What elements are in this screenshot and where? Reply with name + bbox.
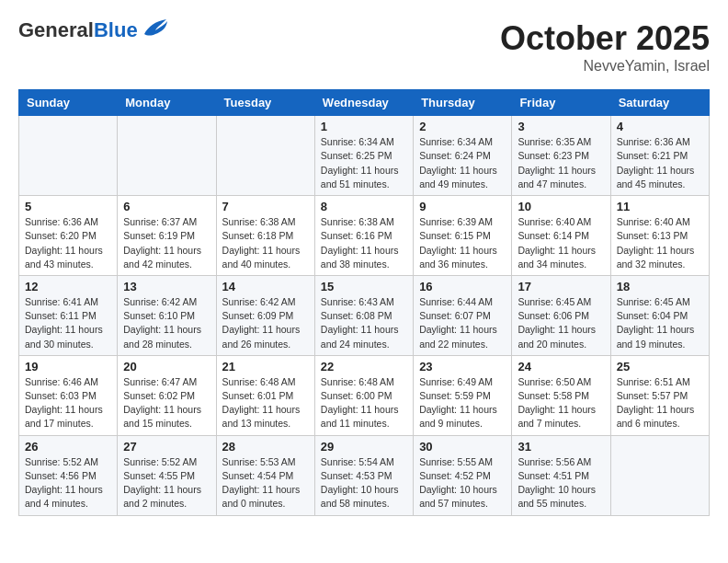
calendar-day-cell: 25Sunrise: 6:51 AM Sunset: 5:57 PM Dayli… [610,355,709,435]
weekday-header: Wednesday [314,90,413,116]
calendar-day-cell: 28Sunrise: 5:53 AM Sunset: 4:54 PM Dayli… [216,435,314,515]
day-number: 17 [518,280,604,293]
day-info: Sunrise: 6:34 AM Sunset: 6:24 PM Dayligh… [419,135,506,191]
calendar-day-cell: 13Sunrise: 6:42 AM Sunset: 6:10 PM Dayli… [118,275,216,355]
calendar-day-cell: 9Sunrise: 6:39 AM Sunset: 6:15 PM Daylig… [414,196,512,276]
calendar-day-cell: 17Sunrise: 6:45 AM Sunset: 6:06 PM Dayli… [512,275,610,355]
calendar-day-cell [19,116,118,196]
day-number: 24 [518,360,604,373]
day-info: Sunrise: 6:38 AM Sunset: 6:16 PM Dayligh… [321,215,407,271]
day-info: Sunrise: 6:36 AM Sunset: 6:21 PM Dayligh… [617,135,703,191]
calendar-day-cell: 21Sunrise: 6:48 AM Sunset: 6:01 PM Dayli… [216,355,314,435]
day-info: Sunrise: 6:47 AM Sunset: 6:02 PM Dayligh… [123,375,210,431]
calendar-subtitle: NevveYamin, Israel [500,58,710,75]
day-number: 20 [123,360,210,373]
title-block: October 2025 NevveYamin, Israel [500,18,710,75]
day-number: 19 [25,360,111,373]
calendar-day-cell: 19Sunrise: 6:46 AM Sunset: 6:03 PM Dayli… [19,355,118,435]
calendar-day-cell: 14Sunrise: 6:42 AM Sunset: 6:09 PM Dayli… [216,275,314,355]
day-info: Sunrise: 6:48 AM Sunset: 6:00 PM Dayligh… [321,375,407,431]
day-number: 10 [518,200,604,213]
day-info: Sunrise: 6:39 AM Sunset: 6:15 PM Dayligh… [419,215,506,271]
calendar-day-cell: 22Sunrise: 6:48 AM Sunset: 6:00 PM Dayli… [314,355,413,435]
calendar-day-cell: 29Sunrise: 5:54 AM Sunset: 4:53 PM Dayli… [314,435,413,515]
day-info: Sunrise: 5:52 AM Sunset: 4:56 PM Dayligh… [25,455,111,511]
calendar-day-cell: 11Sunrise: 6:40 AM Sunset: 6:13 PM Dayli… [610,196,709,276]
weekday-header: Monday [118,90,216,116]
day-number: 29 [321,440,407,454]
day-number: 9 [419,200,506,213]
calendar-day-cell: 4Sunrise: 6:36 AM Sunset: 6:21 PM Daylig… [610,116,709,196]
day-number: 7 [222,200,309,213]
day-number: 4 [617,120,703,133]
day-info: Sunrise: 6:49 AM Sunset: 5:59 PM Dayligh… [419,375,506,431]
calendar-day-cell: 30Sunrise: 5:55 AM Sunset: 4:52 PM Dayli… [414,435,512,515]
day-info: Sunrise: 6:42 AM Sunset: 6:10 PM Dayligh… [123,295,210,351]
day-info: Sunrise: 5:52 AM Sunset: 4:55 PM Dayligh… [123,455,210,511]
day-info: Sunrise: 6:51 AM Sunset: 5:57 PM Dayligh… [617,375,703,431]
day-number: 6 [123,200,210,213]
weekday-header: Sunday [19,90,118,116]
day-number: 15 [321,280,407,293]
calendar-day-cell: 10Sunrise: 6:40 AM Sunset: 6:14 PM Dayli… [512,196,610,276]
calendar-day-cell: 3Sunrise: 6:35 AM Sunset: 6:23 PM Daylig… [512,116,610,196]
day-info: Sunrise: 6:42 AM Sunset: 6:09 PM Dayligh… [222,295,309,351]
calendar-day-cell [610,435,709,515]
weekday-header: Thursday [414,90,512,116]
day-number: 28 [222,440,309,454]
day-info: Sunrise: 6:44 AM Sunset: 6:07 PM Dayligh… [419,295,506,351]
day-info: Sunrise: 6:40 AM Sunset: 6:14 PM Dayligh… [518,215,604,271]
calendar-week-row: 5Sunrise: 6:36 AM Sunset: 6:20 PM Daylig… [19,196,710,276]
day-info: Sunrise: 6:38 AM Sunset: 6:18 PM Dayligh… [222,215,309,271]
calendar-day-cell: 2Sunrise: 6:34 AM Sunset: 6:24 PM Daylig… [414,116,512,196]
calendar-day-cell: 5Sunrise: 6:36 AM Sunset: 6:20 PM Daylig… [19,196,118,276]
calendar-title: October 2025 [500,18,710,58]
day-number: 18 [617,280,703,293]
calendar-day-cell [118,116,216,196]
calendar-day-cell: 15Sunrise: 6:43 AM Sunset: 6:08 PM Dayli… [314,275,413,355]
calendar-header-row: SundayMondayTuesdayWednesdayThursdayFrid… [19,90,710,116]
calendar-week-row: 12Sunrise: 6:41 AM Sunset: 6:11 PM Dayli… [19,275,710,355]
calendar-day-cell: 16Sunrise: 6:44 AM Sunset: 6:07 PM Dayli… [414,275,512,355]
day-info: Sunrise: 6:48 AM Sunset: 6:01 PM Dayligh… [222,375,309,431]
day-number: 11 [617,200,703,213]
day-info: Sunrise: 6:50 AM Sunset: 5:58 PM Dayligh… [518,375,604,431]
day-info: Sunrise: 6:43 AM Sunset: 6:08 PM Dayligh… [321,295,407,351]
day-number: 12 [25,280,111,293]
day-info: Sunrise: 6:37 AM Sunset: 6:19 PM Dayligh… [123,215,210,271]
day-info: Sunrise: 6:45 AM Sunset: 6:04 PM Dayligh… [617,295,703,351]
logo-bird-icon [142,17,168,41]
logo-general: General [18,18,94,41]
calendar-day-cell: 31Sunrise: 5:56 AM Sunset: 4:51 PM Dayli… [512,435,610,515]
day-info: Sunrise: 6:41 AM Sunset: 6:11 PM Dayligh… [25,295,111,351]
calendar-day-cell: 20Sunrise: 6:47 AM Sunset: 6:02 PM Dayli… [118,355,216,435]
logo-blue: Blue [94,18,138,41]
day-number: 31 [518,440,604,454]
calendar-week-row: 19Sunrise: 6:46 AM Sunset: 6:03 PM Dayli… [19,355,710,435]
logo: GeneralBlue [18,18,168,42]
calendar-day-cell: 8Sunrise: 6:38 AM Sunset: 6:16 PM Daylig… [314,196,413,276]
day-number: 16 [419,280,506,293]
day-number: 2 [419,120,506,133]
day-info: Sunrise: 6:36 AM Sunset: 6:20 PM Dayligh… [25,215,111,271]
day-info: Sunrise: 6:34 AM Sunset: 6:25 PM Dayligh… [321,135,407,191]
day-info: Sunrise: 5:53 AM Sunset: 4:54 PM Dayligh… [222,455,309,511]
day-number: 5 [25,200,111,213]
calendar-table: SundayMondayTuesdayWednesdayThursdayFrid… [18,89,710,515]
day-number: 21 [222,360,309,373]
day-info: Sunrise: 6:45 AM Sunset: 6:06 PM Dayligh… [518,295,604,351]
day-info: Sunrise: 5:55 AM Sunset: 4:52 PM Dayligh… [419,455,506,511]
calendar-day-cell: 12Sunrise: 6:41 AM Sunset: 6:11 PM Dayli… [19,275,118,355]
day-number: 30 [419,440,506,454]
calendar-day-cell: 24Sunrise: 6:50 AM Sunset: 5:58 PM Dayli… [512,355,610,435]
calendar-day-cell: 23Sunrise: 6:49 AM Sunset: 5:59 PM Dayli… [414,355,512,435]
day-number: 3 [518,120,604,133]
day-info: Sunrise: 6:40 AM Sunset: 6:13 PM Dayligh… [617,215,703,271]
day-number: 23 [419,360,506,373]
day-info: Sunrise: 5:56 AM Sunset: 4:51 PM Dayligh… [518,455,604,511]
day-number: 25 [617,360,703,373]
day-number: 26 [25,440,111,454]
calendar-day-cell: 18Sunrise: 6:45 AM Sunset: 6:04 PM Dayli… [610,275,709,355]
day-number: 8 [321,200,407,213]
day-number: 14 [222,280,309,293]
